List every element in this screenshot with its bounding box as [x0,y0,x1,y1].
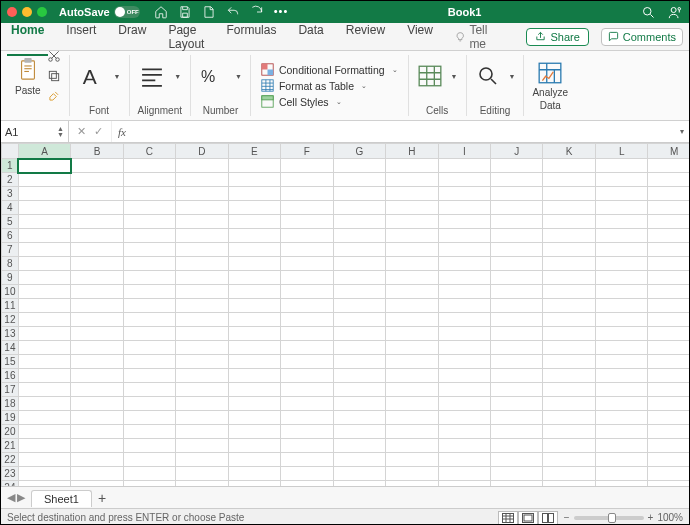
cell[interactable] [648,425,689,439]
cell[interactable] [281,201,333,215]
cell[interactable] [595,369,647,383]
cell[interactable] [595,159,647,173]
cell[interactable] [71,313,123,327]
zoom-slider[interactable] [574,516,644,520]
cell[interactable] [386,215,438,229]
close-window-icon[interactable] [7,7,17,17]
cell[interactable] [438,481,490,487]
tab-page-layout[interactable]: Page Layout [164,18,208,56]
cell[interactable] [333,299,385,313]
cell[interactable] [648,243,689,257]
cell[interactable] [281,187,333,201]
cell[interactable] [228,229,280,243]
cell[interactable] [543,257,595,271]
fullscreen-window-icon[interactable] [37,7,47,17]
cell[interactable] [491,397,543,411]
cell[interactable] [18,355,70,369]
row-header[interactable]: 5 [2,215,19,229]
cell[interactable] [491,355,543,369]
cell[interactable] [438,201,490,215]
cell[interactable] [648,201,689,215]
namebox-spinner-icon[interactable]: ▲▼ [57,126,64,138]
cell[interactable] [281,299,333,313]
cell[interactable] [176,439,228,453]
cell[interactable] [123,355,175,369]
cell[interactable] [123,439,175,453]
cell[interactable] [71,159,123,173]
tab-review[interactable]: Review [342,18,389,56]
cell[interactable] [18,215,70,229]
formula-input[interactable] [132,121,675,142]
cell[interactable] [281,341,333,355]
cell[interactable] [123,369,175,383]
row-header[interactable]: 20 [2,425,19,439]
cell[interactable] [333,187,385,201]
cell[interactable] [543,467,595,481]
row-header[interactable]: 3 [2,187,19,201]
cell[interactable] [281,355,333,369]
row-header[interactable]: 15 [2,355,19,369]
cell[interactable] [595,215,647,229]
cell[interactable] [281,383,333,397]
cell[interactable] [648,467,689,481]
cell[interactable] [491,215,543,229]
cell[interactable] [18,467,70,481]
cell[interactable] [543,173,595,187]
cell[interactable] [543,341,595,355]
cell[interactable] [333,201,385,215]
cell[interactable] [176,411,228,425]
cell[interactable] [438,229,490,243]
cell[interactable] [386,173,438,187]
cell-styles-button[interactable]: Cell Styles⌄ [261,95,398,108]
cell[interactable] [333,215,385,229]
cell[interactable] [18,299,70,313]
cell[interactable] [228,411,280,425]
cell[interactable] [648,187,689,201]
copy-icon[interactable] [47,69,61,83]
cell[interactable] [491,383,543,397]
cell[interactable] [228,285,280,299]
cell[interactable] [386,439,438,453]
fx-label[interactable]: fx [112,126,132,138]
cell[interactable] [491,313,543,327]
cell[interactable] [595,453,647,467]
cell[interactable] [595,341,647,355]
cell[interactable] [281,229,333,243]
cell[interactable] [438,285,490,299]
conditional-formatting-button[interactable]: Conditional Formatting⌄ [261,63,398,76]
cell[interactable] [18,383,70,397]
cell[interactable] [71,341,123,355]
add-sheet-button[interactable]: + [98,490,106,506]
cell[interactable] [176,369,228,383]
cell[interactable] [595,313,647,327]
cell[interactable] [281,313,333,327]
cell[interactable] [543,425,595,439]
cell[interactable] [595,467,647,481]
cell[interactable] [333,467,385,481]
analyze-data-button[interactable]: Analyze Data [532,55,568,116]
cell[interactable] [595,285,647,299]
cell[interactable] [648,271,689,285]
cell[interactable] [123,453,175,467]
cell[interactable] [386,467,438,481]
cell[interactable] [438,369,490,383]
row-header[interactable]: 7 [2,243,19,257]
cell[interactable] [71,173,123,187]
cell[interactable] [18,397,70,411]
cell[interactable] [648,383,689,397]
cell[interactable] [123,397,175,411]
column-header[interactable]: F [281,144,333,159]
cell[interactable] [333,355,385,369]
cell[interactable] [176,299,228,313]
cell[interactable] [386,159,438,173]
cell[interactable] [18,327,70,341]
cell[interactable] [491,299,543,313]
cell[interactable] [648,313,689,327]
cell[interactable] [438,453,490,467]
cell[interactable] [18,201,70,215]
cell[interactable] [491,341,543,355]
cell[interactable] [281,327,333,341]
cell[interactable] [333,327,385,341]
cell[interactable] [71,439,123,453]
cell[interactable] [123,215,175,229]
